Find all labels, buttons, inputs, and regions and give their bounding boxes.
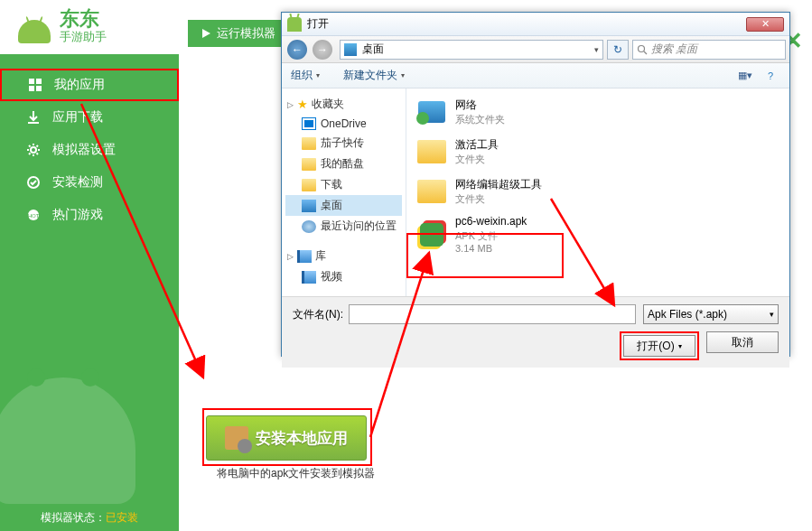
nav-back-button[interactable]: ← [285,39,309,61]
svg-point-8 [639,45,645,51]
tree-item-downloads[interactable]: 下载 [285,174,402,195]
dialog-bottom: 文件名(N): Apk Files (*.apk)▾ 打开(O)▾ 取消 [282,296,789,368]
svg-rect-0 [29,79,34,84]
file-type-filter[interactable]: Apk Files (*.apk)▾ [643,304,779,324]
cancel-button[interactable]: 取消 [706,331,779,353]
android-icon [287,17,302,32]
refresh-button[interactable]: ↻ [607,40,629,60]
svg-text:HOT: HOT [28,213,40,219]
package-icon [225,426,248,450]
organize-menu[interactable]: 组织 [291,68,320,83]
address-text: 桌面 [362,42,384,57]
tree-favorites-header[interactable]: ▷★收藏夹 [285,94,402,115]
tree-libraries-header[interactable]: ▷库 [285,246,402,266]
open-button[interactable]: 打开(O)▾ [623,335,695,357]
dialog-title: 打开 [307,16,329,32]
tree-item-kupan[interactable]: 我的酷盘 [285,154,402,174]
dialog-close-button[interactable]: ✕ [746,17,784,32]
search-placeholder: 搜索 桌面 [651,42,697,57]
video-library-icon [302,271,316,284]
open-button-highlight: 打开(O)▾ [620,331,699,360]
file-item-apk[interactable]: pc6-weixin.apkAPK 文件3.14 MB [414,211,782,258]
sidebar-item-label: 我的应用 [54,77,105,93]
status-value: 已安装 [106,511,138,524]
install-local-app-button[interactable]: 安装本地应用 [206,415,367,461]
filename-label: 文件名(N): [293,307,343,322]
sidebar-item-downloads[interactable]: 应用下载 [0,101,179,134]
sidebar-item-hot-games[interactable]: HOT 热门游戏 [0,199,179,231]
sidebar: 东东 手游助手 我的应用 应用下载 模拟器设置 安装检测 HOT 热门游戏 模拟… [0,0,179,531]
folder-tree: ▷★收藏夹 OneDrive 茄子快传 我的酷盘 下载 桌面 最近访问的位置 ▷… [282,88,406,296]
desktop-icon [344,43,357,56]
library-icon [297,250,312,263]
check-circle-icon [25,174,42,191]
tree-item-onedrive[interactable]: OneDrive [285,115,402,133]
sidebar-item-install-check[interactable]: 安装检测 [0,166,179,199]
network-icon [418,101,445,123]
tree-item-desktop[interactable]: 桌面 [285,195,402,216]
emulator-status: 模拟器状态：已安装 [0,510,179,526]
tree-item-qiezi[interactable]: 茄子快传 [285,133,402,154]
dialog-toolbar: 组织 新建文件夹 ▦▾ ? [282,63,789,88]
file-list: 网络系统文件夹 激活工具文件夹 网络编辑超级工具文件夹 pc6-weixin.a… [406,88,789,296]
tree-item-videos[interactable]: 视频 [285,266,402,287]
logo-area: 东东 手游助手 [0,0,179,54]
help-button[interactable]: ? [761,67,780,85]
recent-icon [302,220,316,233]
desktop-icon [302,200,316,212]
onedrive-icon [302,117,316,130]
logo-subtitle: 手游助手 [60,29,107,45]
new-folder-button[interactable]: 新建文件夹 [343,68,405,83]
search-input[interactable]: 搜索 桌面 [632,40,786,60]
run-emulator-button[interactable]: 运行模拟器 [188,20,288,47]
nav-forward-button[interactable]: → [311,39,334,61]
svg-rect-2 [29,86,34,91]
search-icon [637,44,648,55]
file-item-activation[interactable]: 激活工具文件夹 [414,132,782,172]
sidebar-item-my-apps[interactable]: 我的应用 [0,69,179,101]
install-caption: 将电脑中的apk文件安装到模拟器 [217,466,375,481]
gear-icon [25,142,42,158]
file-item-network[interactable]: 网络系统文件夹 [414,92,782,132]
apk-icon [417,220,446,249]
svg-rect-1 [36,79,42,84]
logo-title: 东东 [60,9,107,29]
folder-icon [302,158,316,171]
folder-icon [302,137,316,150]
view-mode-button[interactable]: ▦▾ [735,67,755,85]
address-bar[interactable]: 桌面 ▾ [340,40,603,60]
hot-icon: HOT [25,207,42,223]
download-icon [25,109,42,126]
folder-icon [417,180,446,203]
tree-item-recent[interactable]: 最近访问的位置 [285,216,402,237]
dialog-titlebar[interactable]: 打开 ✕ [282,13,789,36]
open-file-dialog: 打开 ✕ ← → 桌面 ▾ ↻ 搜索 桌面 组织 新建文件夹 ▦▾ ? ▷★收藏… [281,12,790,357]
sidebar-item-emulator-settings[interactable]: 模拟器设置 [0,134,179,166]
install-button-label: 安装本地应用 [256,428,348,449]
sidebar-item-label: 热门游戏 [52,207,103,223]
dialog-nav-bar: ← → 桌面 ▾ ↻ 搜索 桌面 [282,36,789,63]
run-emulator-label: 运行模拟器 [217,25,275,42]
grid-icon [27,77,43,93]
svg-rect-3 [36,86,42,91]
svg-point-4 [31,147,36,153]
filename-input[interactable] [349,304,636,324]
svg-line-9 [644,51,647,54]
status-label: 模拟器状态： [41,511,106,524]
sidebar-item-label: 应用下载 [52,109,103,126]
app-logo-icon [16,9,52,45]
sidebar-item-label: 安装检测 [52,174,103,191]
folder-icon [417,140,446,163]
folder-icon [302,179,316,191]
sidebar-item-label: 模拟器设置 [52,142,116,158]
play-icon [201,28,211,39]
background-robot-icon [0,269,145,504]
file-item-nettools[interactable]: 网络编辑超级工具文件夹 [414,172,782,211]
